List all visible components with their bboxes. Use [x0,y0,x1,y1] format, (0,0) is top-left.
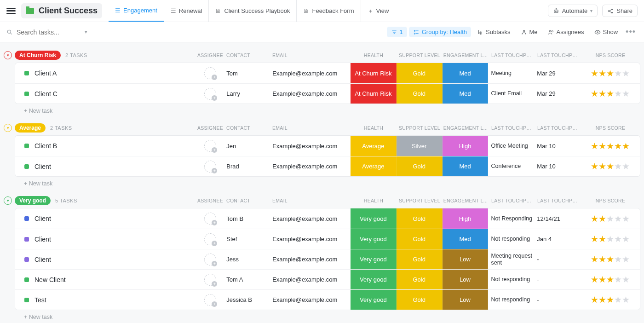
health-cell[interactable]: At Churn Risk [351,84,397,104]
assignee-cell[interactable] [194,249,226,269]
support-cell[interactable]: Gold [397,229,443,249]
assignee-avatar[interactable] [204,294,216,306]
support-cell[interactable]: Gold [397,290,443,310]
email-cell[interactable]: Example@example.com [272,270,351,289]
status-square[interactable] [24,257,29,262]
status-square[interactable] [24,144,29,148]
engagement-cell[interactable]: Low [443,270,489,289]
assignee-avatar[interactable] [204,213,216,225]
nps-cell[interactable]: ★★★★★ [580,249,640,269]
col-assignee[interactable]: ASSIGNEE [194,125,226,131]
table-row[interactable]: Client ATomExample@example.comAt Churn R… [15,63,640,83]
search-input[interactable] [17,29,81,36]
assignees-button[interactable]: Assignees [544,27,588,37]
chevron-down-icon[interactable]: ▾ [85,29,87,35]
folder-breadcrumb[interactable]: Client Success [21,3,102,18]
support-cell[interactable]: Gold [397,84,443,104]
status-square[interactable] [24,92,29,96]
task-name-cell[interactable]: New Client [15,276,194,283]
last-touchpoint-type-cell[interactable]: Office Meeting [488,136,534,156]
group-badge[interactable]: At Churn Risk [15,51,61,60]
col-support[interactable]: SUPPORT LEVEL [397,52,443,58]
tab-view[interactable]: ＋View [361,0,396,22]
col-nps[interactable]: NPS SCORE [581,198,640,203]
task-name-cell[interactable]: Client [15,215,194,222]
assignee-cell[interactable] [194,136,226,156]
assignee-cell[interactable] [194,290,226,310]
nps-cell[interactable]: ★★★★★ [580,63,640,83]
contact-cell[interactable]: Brad [226,156,272,176]
email-cell[interactable]: Example@example.com [272,249,351,269]
col-contact[interactable]: CONTACT [226,52,272,58]
task-name-cell[interactable]: Client [15,256,194,263]
col-engagement[interactable]: ENGAGEMENT L... [443,125,489,131]
col-email[interactable]: EMAIL [272,52,351,58]
assignee-avatar[interactable] [204,161,216,173]
email-cell[interactable]: Example@example.com [272,156,351,176]
assignee-cell[interactable] [194,84,226,104]
search-box[interactable]: ▾ [6,29,103,36]
col-last-touchpoint-date[interactable]: LAST TOUCHPOI... [535,125,581,131]
me-button[interactable]: Me [517,27,542,37]
col-engagement[interactable]: ENGAGEMENT L... [443,52,489,58]
filter-button[interactable]: 1 [387,27,407,37]
health-cell[interactable]: Very good [351,270,397,289]
tab-feedback-form[interactable]: 🗎Feedback Form [296,0,360,22]
email-cell[interactable]: Example@example.com [272,136,351,156]
last-touchpoint-date-cell[interactable]: - [534,290,580,310]
assignee-cell[interactable] [194,270,226,289]
table-row[interactable]: New ClientTom AExample@example.comVery g… [15,269,640,289]
engagement-cell[interactable]: Med [443,63,489,83]
show-button[interactable]: Show [590,27,622,37]
col-last-touchpoint-type[interactable]: LAST TOUCHPOI... [489,125,535,131]
nps-cell[interactable]: ★★★★★ [580,156,640,176]
collapse-icon[interactable]: ▾ [4,196,12,205]
tab-client-success-playbook[interactable]: 🗎Client Success Playbook [208,0,296,22]
support-cell[interactable]: Silver [397,136,443,156]
task-name-cell[interactable]: Client B [15,142,194,150]
contact-cell[interactable]: Tom B [226,208,272,229]
email-cell[interactable]: Example@example.com [272,290,351,310]
status-square[interactable] [24,71,29,75]
email-cell[interactable]: Example@example.com [272,229,351,249]
health-cell[interactable]: Average [351,136,397,156]
contact-cell[interactable]: Larry [226,84,272,104]
subtasks-button[interactable]: Subtasks [473,27,514,37]
col-assignee[interactable]: ASSIGNEE [194,52,226,58]
col-contact[interactable]: CONTACT [226,125,272,131]
col-contact[interactable]: CONTACT [226,198,272,203]
nps-cell[interactable]: ★★★★★ [580,290,640,310]
contact-cell[interactable]: Jess [226,249,272,269]
assignee-cell[interactable] [194,208,226,229]
nps-cell[interactable]: ★★★★★ [580,136,640,156]
nps-cell[interactable]: ★★★★★ [580,84,640,104]
health-cell[interactable]: Very good [351,229,397,249]
nps-cell[interactable]: ★★★★★ [580,270,640,289]
col-engagement[interactable]: ENGAGEMENT L... [443,198,489,203]
table-row[interactable]: Client BJenExample@example.comAverageSil… [15,136,640,156]
col-email[interactable]: EMAIL [272,125,351,131]
health-cell[interactable]: Very good [351,290,397,310]
assignee-cell[interactable] [194,229,226,249]
email-cell[interactable]: Example@example.com [272,208,351,229]
support-cell[interactable]: Gold [397,270,443,289]
assignee-avatar[interactable] [204,67,216,79]
last-touchpoint-date-cell[interactable]: Mar 29 [534,63,580,83]
engagement-cell[interactable]: Med [443,229,489,249]
last-touchpoint-date-cell[interactable]: - [534,249,580,269]
status-square[interactable] [24,298,29,302]
assignee-avatar[interactable] [204,88,216,100]
contact-cell[interactable]: Tom A [226,270,272,289]
task-name-cell[interactable]: Client C [15,90,194,98]
col-last-touchpoint-date[interactable]: LAST TOUCHPOI... [535,52,581,58]
contact-cell[interactable]: Tom [226,63,272,83]
last-touchpoint-date-cell[interactable]: Mar 29 [534,84,580,104]
health-cell[interactable]: Average [351,156,397,176]
col-support[interactable]: SUPPORT LEVEL [397,125,443,131]
last-touchpoint-type-cell[interactable]: Client Email [488,84,534,104]
last-touchpoint-type-cell[interactable]: Conference [488,156,534,176]
last-touchpoint-type-cell[interactable]: Not responding [488,229,534,249]
email-cell[interactable]: Example@example.com [272,63,351,83]
tab-renewal[interactable]: ☰Renewal [164,0,209,22]
engagement-cell[interactable]: Med [443,84,489,104]
